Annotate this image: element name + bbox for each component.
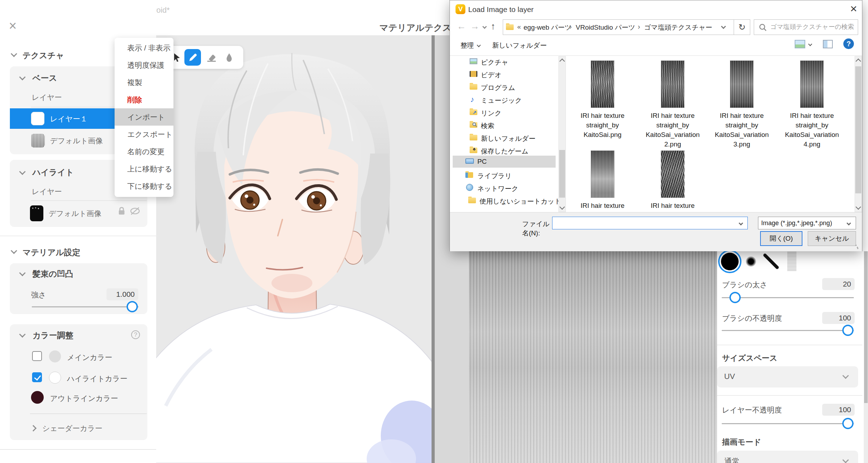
resize-grip[interactable] (855, 244, 861, 250)
3d-viewport[interactable] (156, 35, 432, 463)
draw-mode-dropdown[interactable]: 通常 (717, 451, 858, 463)
file-item[interactable]: IRI hair texture (639, 150, 706, 210)
menu-item-lock-alpha[interactable]: 透明度保護 (115, 56, 173, 74)
brush-size-slider-knob[interactable] (729, 292, 741, 303)
refresh-button[interactable]: ↻ (734, 19, 750, 35)
layer-opacity-slider-knob[interactable] (842, 418, 854, 429)
menu-item-duplicate[interactable]: 複製 (115, 74, 173, 91)
file-item[interactable]: IRI hair texture straight_by KaitoSai_va… (708, 60, 775, 149)
layer-opacity-value[interactable]: 100 (822, 404, 855, 416)
sidebar-item-videos[interactable]: ビデオ (453, 69, 555, 80)
sidebar-item-pictures[interactable]: ピクチャ (453, 56, 555, 67)
history-chevron-icon[interactable] (482, 24, 487, 29)
sidebar-scrollbar[interactable] (558, 56, 566, 212)
base-collapse-icon[interactable] (19, 74, 25, 80)
size-space-dropdown[interactable]: UV (717, 366, 858, 387)
menu-item-show-hide[interactable]: 表示 / 非表示 (115, 39, 173, 56)
brush-opacity-slider-knob[interactable] (842, 325, 854, 336)
close-editor-button[interactable]: × (9, 21, 19, 31)
menu-item-export[interactable]: エクスポート (115, 126, 173, 143)
address-dropdown-icon[interactable] (721, 24, 726, 29)
scroll-down-icon[interactable] (856, 204, 861, 210)
filetype-select[interactable]: Image (*.jpg,*.jpeg,*.png) (758, 217, 856, 229)
strength-slider-track[interactable] (32, 306, 139, 307)
scroll-down-icon[interactable] (560, 204, 565, 210)
character-preview (156, 35, 432, 463)
sidebar-item-pc-selected[interactable]: PC (453, 156, 556, 168)
viewport-divider[interactable] (432, 35, 435, 463)
bump-collapse-icon[interactable] (19, 270, 25, 276)
menu-item-rename[interactable]: 名前の変更 (115, 143, 173, 160)
shader-expand-icon[interactable] (30, 425, 36, 431)
search-input[interactable] (770, 21, 856, 33)
scroll-up-icon[interactable] (560, 59, 565, 64)
right-panel-scrollbar[interactable] (864, 251, 868, 463)
sidebar-item-unused-shortcuts[interactable]: 使用しないショートカット (453, 195, 555, 206)
breadcrumb-segment[interactable]: VRoidStudio パーツ (576, 23, 635, 32)
lock-icon[interactable] (117, 206, 126, 216)
back-icon[interactable]: ← (457, 21, 466, 32)
eraser-tool-button[interactable] (203, 49, 220, 66)
file-item[interactable]: IRI hair texture (569, 150, 636, 210)
new-folder-button[interactable]: 新しいフォルダー (492, 41, 547, 50)
layer-opacity-slider-track[interactable] (722, 423, 854, 424)
help-icon[interactable]: ? (843, 38, 854, 49)
sidebar-item-links[interactable]: ↗ リンク (453, 107, 555, 118)
main-color-swatch[interactable] (49, 350, 61, 362)
sidebar-item-new-folder[interactable]: 新しいフォルダー (453, 132, 555, 144)
pen-tool-button[interactable] (184, 49, 201, 66)
view-chevron-icon[interactable] (808, 42, 812, 46)
strength-slider-knob[interactable] (127, 301, 138, 312)
highlight-color-checkbox[interactable] (32, 372, 42, 382)
texture-collapse-icon[interactable] (11, 50, 17, 57)
load-image-dialog: V Load Image to layer × ← → ↑ « egg-web … (450, 0, 862, 251)
menu-item-move-up[interactable]: 上に移動する (115, 160, 173, 178)
file-item[interactable]: IRI hair texture straight_by KaitoSai.pn… (569, 60, 636, 139)
outline-color-swatch[interactable] (31, 391, 44, 404)
file-item[interactable]: IRI hair texture straight_by KaitoSai_va… (639, 60, 706, 149)
sidebar-item-network[interactable]: ネットワーク (453, 182, 555, 194)
sidebar-item-saved-games[interactable]: ♠ 保存したゲーム (453, 145, 555, 156)
filename-dropdown-icon[interactable] (739, 221, 743, 226)
main-color-checkbox[interactable] (32, 351, 42, 361)
brush-size-slider-track[interactable] (722, 297, 854, 298)
brush-tip-soft[interactable] (746, 256, 756, 267)
cancel-button[interactable]: キャンセル (808, 231, 856, 246)
brush-opacity-value[interactable]: 100 (822, 312, 855, 324)
blur-tool-button[interactable] (221, 49, 237, 66)
highlight-layer-row[interactable]: デフォルト画像 (10, 202, 147, 225)
highlight-color-swatch[interactable] (49, 372, 61, 384)
dialog-close-button[interactable]: × (850, 2, 857, 14)
brush-tip-solid-selected[interactable] (718, 250, 741, 273)
up-icon[interactable]: ↑ (491, 21, 495, 32)
open-button[interactable]: 開く(O) (760, 231, 802, 246)
file-item[interactable]: IRI hair texture straight_by KaitoSai_va… (778, 60, 845, 149)
brush-tip-textured[interactable] (787, 251, 796, 271)
menu-item-move-down[interactable]: 下に移動する (115, 178, 173, 195)
menu-item-delete[interactable]: 削除 (115, 91, 173, 108)
preview-pane-icon[interactable] (823, 40, 833, 48)
color-collapse-icon[interactable] (19, 331, 25, 337)
eye-hidden-icon[interactable] (130, 206, 140, 216)
sidebar-item-search[interactable]: 検索 (453, 120, 555, 131)
thumbnail-view-icon[interactable] (795, 40, 805, 48)
breadcrumb-segment[interactable]: ゴマ塩頭テクスチャー (644, 23, 712, 32)
sidebar-item-libraries[interactable]: ライブラリ (453, 170, 555, 181)
brush-opacity-slider-track[interactable] (722, 330, 854, 331)
file-list: IRI hair texture straight_by KaitoSai.pn… (569, 56, 855, 212)
address-bar[interactable]: « egg-web パーツ › VRoidStudio パーツ › ゴマ塩頭テク… (503, 19, 734, 35)
help-icon[interactable]: ? (131, 330, 140, 339)
filename-input[interactable] (555, 218, 734, 228)
forward-icon[interactable]: → (470, 21, 479, 32)
sidebar-item-programs[interactable]: プログラム (453, 82, 555, 93)
strength-value[interactable]: 1.000 (106, 288, 138, 300)
file-list-scrollbar[interactable] (855, 56, 862, 212)
organize-button[interactable]: 整理 (460, 41, 474, 50)
highlight-collapse-icon[interactable] (19, 168, 25, 175)
scroll-up-icon[interactable] (856, 59, 861, 64)
menu-item-import[interactable]: インポート (115, 108, 173, 126)
breadcrumb-segment[interactable]: egg-web パーツ (524, 23, 571, 32)
material-collapse-icon[interactable] (11, 247, 17, 254)
sidebar-item-music[interactable]: ♪ ミュージック (453, 94, 555, 106)
brush-size-value[interactable]: 20 (822, 278, 855, 290)
